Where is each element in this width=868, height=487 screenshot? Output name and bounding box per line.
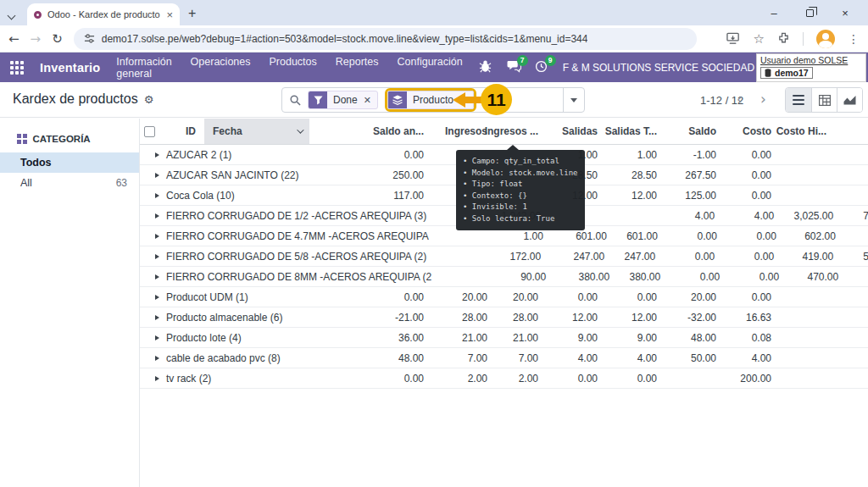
- restore-button[interactable]: [792, 0, 827, 25]
- group-expand-cell[interactable]: cable de acabado pvc (8): [140, 352, 309, 364]
- nav-menu-productos[interactable]: Productos: [269, 56, 316, 80]
- nav-menu-configuraci-n[interactable]: Configuración: [398, 56, 463, 80]
- expand-triangle-icon[interactable]: [155, 254, 159, 259]
- messages-icon[interactable]: 7: [507, 60, 521, 75]
- group-aggregate-cell: 21.00: [432, 332, 496, 344]
- nav-menu-informaci-n-general[interactable]: Información general: [116, 56, 171, 80]
- expand-triangle-icon[interactable]: [155, 315, 159, 320]
- expand-triangle-icon[interactable]: [155, 234, 159, 239]
- browser-menu-icon[interactable]: ⋮: [848, 32, 860, 46]
- group-expand-cell[interactable]: Coca Cola (10): [140, 190, 309, 202]
- search-dropdown-toggle[interactable]: [563, 88, 584, 112]
- sidebar-item-all[interactable]: All63: [0, 173, 139, 193]
- column-header-saldo[interactable]: Saldo: [665, 119, 725, 144]
- forward-button[interactable]: →: [31, 31, 42, 47]
- group-expand-cell[interactable]: FIERRO CORRUGADO DE 5/8 -ACEROS AREQUIPA…: [140, 251, 426, 263]
- user-name[interactable]: Usuario demo SOLSE: [760, 55, 862, 65]
- bookmark-star-icon[interactable]: ☆: [754, 31, 765, 47]
- group-aggregate-cell: 5.50: [844, 230, 868, 242]
- group-row[interactable]: Producot UDM (1)0.0020.0020.000.000.0020…: [140, 287, 868, 307]
- group-expand-cell[interactable]: Producto almacenable (6): [140, 312, 309, 324]
- group-row[interactable]: cable de acabado pvc (8)48.007.007.004.0…: [140, 348, 868, 368]
- minimize-button[interactable]: –: [756, 0, 792, 25]
- browser-tab[interactable]: Odoo - Kardex de productos ×: [27, 3, 180, 25]
- group-aggregate-cell: 4.00: [547, 352, 606, 364]
- group-aggregate-cell: 12.00: [606, 190, 665, 202]
- expand-triangle-icon[interactable]: [155, 193, 159, 198]
- action-gear-icon[interactable]: ⚙: [144, 93, 154, 106]
- list-view-icon: [793, 95, 804, 106]
- group-aggregate-cell: 0.00: [309, 291, 432, 303]
- url-bar[interactable]: demo17.solse.pe/web?debug=1#action=503&m…: [74, 28, 697, 50]
- group-name: Producto lote (4): [166, 332, 242, 344]
- group-aggregate-cell: 172.00: [426, 251, 549, 263]
- group-aggregate-cell: 4.00: [723, 210, 782, 222]
- nav-menu-reportes[interactable]: Reportes: [336, 56, 379, 80]
- group-row[interactable]: Producto almacenable (6)-21.0028.0028.00…: [140, 307, 868, 328]
- group-expand-cell[interactable]: tv rack (2): [140, 373, 309, 385]
- send-to-device-icon[interactable]: [726, 32, 741, 45]
- column-header-saldo-an[interactable]: Saldo an...: [309, 119, 432, 144]
- column-header-costo-hi[interactable]: Costo Hi...: [780, 119, 835, 144]
- expand-triangle-icon[interactable]: [155, 213, 159, 219]
- nav-menu-operaciones[interactable]: Operaciones: [191, 56, 251, 80]
- column-header-costo[interactable]: Costo: [725, 119, 780, 144]
- close-button[interactable]: ×: [827, 0, 863, 25]
- group-row[interactable]: FIERRO CORRUGADO DE 8MM -ACEROS AREQUIPA…: [140, 267, 868, 287]
- facet-done[interactable]: Done ✕: [308, 91, 378, 109]
- pivot-view-button[interactable]: [811, 88, 837, 112]
- column-header-ingresos[interactable]: Ingresos ...: [496, 119, 547, 144]
- pager-next-button[interactable]: ›: [753, 89, 774, 112]
- tab-close-icon[interactable]: ×: [166, 9, 173, 20]
- expand-triangle-icon[interactable]: [155, 152, 159, 158]
- group-expand-cell[interactable]: FIERRO CORRUGADO DE 4.7MM -ACEROS AREQUI…: [140, 230, 429, 242]
- select-all-checkbox[interactable]: [140, 119, 159, 144]
- group-row[interactable]: Producto lote (4)36.0021.0021.009.009.00…: [140, 328, 868, 348]
- debug-bug-icon[interactable]: [479, 60, 493, 75]
- group-expand-cell[interactable]: FIERRO CORRUGADO DE 1/2 -ACEROS AREQUIPA…: [140, 210, 426, 222]
- group-row[interactable]: tv rack (2)0.002.002.000.000.00200.00: [140, 368, 868, 389]
- expand-triangle-icon[interactable]: [155, 335, 159, 340]
- expand-triangle-icon[interactable]: [155, 295, 159, 300]
- group-name: tv rack (2): [166, 373, 211, 385]
- group-aggregate-cell: 0.08: [725, 332, 780, 344]
- group-expand-cell[interactable]: FIERRO CORRUGADO DE 8MM -ACEROS AREQUIPA…: [140, 271, 431, 283]
- back-button[interactable]: ←: [8, 31, 19, 47]
- new-tab-button[interactable]: +: [188, 6, 196, 21]
- list-view-button[interactable]: [786, 88, 811, 112]
- view-switcher: [785, 87, 863, 113]
- group-aggregate-cell: 470.00: [787, 271, 847, 283]
- group-aggregate-cell: 0.00: [309, 149, 432, 161]
- site-settings-icon[interactable]: [84, 33, 95, 44]
- facet-done-remove-icon[interactable]: ✕: [364, 96, 377, 105]
- profile-avatar[interactable]: [816, 30, 835, 48]
- expand-triangle-icon[interactable]: [155, 173, 159, 178]
- pager-previous-button[interactable]: ‹: [729, 89, 750, 112]
- column-header-salidas-t[interactable]: Salidas T...: [606, 119, 665, 144]
- reload-button[interactable]: ↻: [52, 31, 63, 47]
- search-box[interactable]: Done ✕ Producto ✕: [281, 87, 585, 113]
- expand-triangle-icon[interactable]: [155, 356, 159, 361]
- group-row[interactable]: FIERRO CORRUGADO DE 5/8 -ACEROS AREQUIPA…: [140, 246, 868, 267]
- group-expand-cell[interactable]: Producot UDM (1): [140, 291, 309, 303]
- tab-search-icon[interactable]: [8, 7, 22, 20]
- app-name[interactable]: Inventario: [40, 61, 100, 75]
- group-expand-cell[interactable]: Producto lote (4): [140, 332, 309, 344]
- tooltip-line: Campo: qty_in_total: [463, 156, 577, 168]
- group-expand-cell[interactable]: AZUCAR 2 (1): [140, 149, 309, 161]
- group-expand-cell[interactable]: AZUCAR SAN JACINTO (22): [140, 169, 309, 181]
- column-header-salidas[interactable]: Salidas: [547, 119, 606, 144]
- group-aggregate-cell: 0.00: [669, 271, 728, 283]
- expand-triangle-icon[interactable]: [155, 274, 159, 279]
- tooltip-line: Invisible: 1: [463, 202, 577, 213]
- sidebar-item-todos[interactable]: Todos: [0, 152, 139, 173]
- expand-triangle-icon[interactable]: [155, 376, 159, 381]
- graph-view-button[interactable]: [837, 88, 862, 112]
- column-header-fecha[interactable]: Fecha: [204, 119, 309, 144]
- activities-clock-icon[interactable]: 9: [535, 60, 549, 75]
- group-aggregate-cell: 36.00: [309, 332, 432, 344]
- apps-grid-icon[interactable]: [10, 61, 24, 75]
- group-aggregate-cell: 50.00: [665, 352, 725, 364]
- column-header-id[interactable]: ID: [159, 119, 204, 144]
- extensions-icon[interactable]: [777, 32, 790, 45]
